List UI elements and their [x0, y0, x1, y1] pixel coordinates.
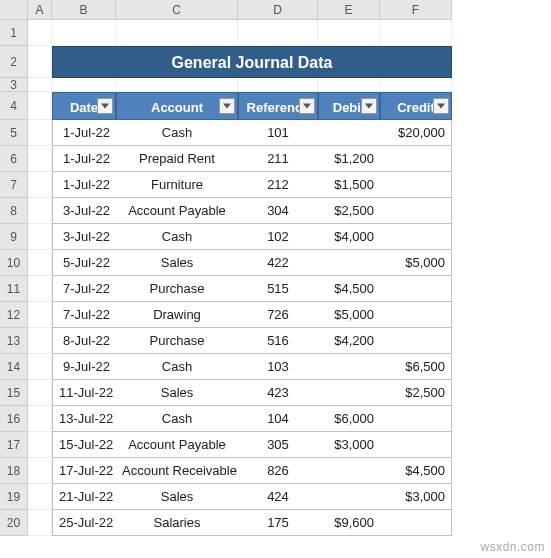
empty-cell[interactable] [380, 78, 452, 92]
cell-date[interactable]: 3-Jul-22 [52, 198, 116, 224]
cell-credit[interactable]: $2,500 [380, 380, 452, 406]
empty-cell[interactable] [28, 198, 52, 224]
select-all-corner[interactable] [0, 0, 28, 20]
cell-credit[interactable] [380, 198, 452, 224]
empty-cell[interactable] [116, 78, 238, 92]
empty-cell[interactable] [28, 354, 52, 380]
column-header-account[interactable]: Account [116, 92, 238, 120]
cell-debit[interactable] [318, 380, 380, 406]
column-header-debit[interactable]: Debit [318, 92, 380, 120]
cell-reference[interactable]: 424 [238, 484, 318, 510]
cell-credit[interactable] [380, 406, 452, 432]
col-header-D[interactable]: D [238, 0, 318, 20]
empty-cell[interactable] [28, 172, 52, 198]
cell-reference[interactable]: 515 [238, 276, 318, 302]
cell-credit[interactable]: $20,000 [380, 120, 452, 146]
cell-debit[interactable]: $2,500 [318, 198, 380, 224]
col-header-F[interactable]: F [380, 0, 452, 20]
cell-date[interactable]: 7-Jul-22 [52, 276, 116, 302]
row-header-11[interactable]: 11 [0, 276, 28, 302]
cell-credit[interactable]: $5,000 [380, 250, 452, 276]
empty-cell[interactable] [28, 302, 52, 328]
empty-cell[interactable] [28, 146, 52, 172]
cell-date[interactable]: 5-Jul-22 [52, 250, 116, 276]
cell-account[interactable]: Prepaid Rent [116, 146, 238, 172]
cell-reference[interactable]: 103 [238, 354, 318, 380]
cell-reference[interactable]: 516 [238, 328, 318, 354]
empty-cell[interactable] [28, 510, 52, 536]
cell-debit[interactable]: $1,200 [318, 146, 380, 172]
row-header-16[interactable]: 16 [0, 406, 28, 432]
cell-credit[interactable] [380, 510, 452, 536]
cell-reference[interactable]: 423 [238, 380, 318, 406]
cell-date[interactable]: 25-Jul-22 [52, 510, 116, 536]
cell-account[interactable]: Cash [116, 406, 238, 432]
column-header-date[interactable]: Date [52, 92, 116, 120]
cell-credit[interactable] [380, 146, 452, 172]
empty-cell[interactable] [380, 20, 452, 46]
empty-cell[interactable] [28, 46, 52, 78]
row-header-15[interactable]: 15 [0, 380, 28, 406]
empty-cell[interactable] [28, 406, 52, 432]
row-header-20[interactable]: 20 [0, 510, 28, 536]
row-header-12[interactable]: 12 [0, 302, 28, 328]
cell-debit[interactable] [318, 120, 380, 146]
empty-cell[interactable] [28, 276, 52, 302]
cell-reference[interactable]: 726 [238, 302, 318, 328]
filter-button-account[interactable] [219, 98, 235, 114]
row-header-7[interactable]: 7 [0, 172, 28, 198]
cell-debit[interactable] [318, 458, 380, 484]
empty-cell[interactable] [238, 20, 318, 46]
cell-debit[interactable]: $6,000 [318, 406, 380, 432]
filter-button-credit[interactable] [433, 98, 449, 114]
col-header-C[interactable]: C [116, 0, 238, 20]
cell-account[interactable]: Account Receivable [116, 458, 238, 484]
cell-debit[interactable] [318, 250, 380, 276]
empty-cell[interactable] [28, 78, 52, 92]
row-header-18[interactable]: 18 [0, 458, 28, 484]
cell-date[interactable]: 1-Jul-22 [52, 146, 116, 172]
cell-debit[interactable]: $3,000 [318, 432, 380, 458]
cell-reference[interactable]: 422 [238, 250, 318, 276]
cell-reference[interactable]: 305 [238, 432, 318, 458]
empty-cell[interactable] [116, 20, 238, 46]
col-header-A[interactable]: A [28, 0, 52, 20]
cell-debit[interactable]: $4,000 [318, 224, 380, 250]
cell-account[interactable]: Furniture [116, 172, 238, 198]
cell-debit[interactable] [318, 354, 380, 380]
cell-reference[interactable]: 101 [238, 120, 318, 146]
cell-date[interactable]: 21-Jul-22 [52, 484, 116, 510]
cell-date[interactable]: 9-Jul-22 [52, 354, 116, 380]
cell-reference[interactable]: 211 [238, 146, 318, 172]
cell-credit[interactable] [380, 302, 452, 328]
cell-reference[interactable]: 104 [238, 406, 318, 432]
cell-credit[interactable] [380, 224, 452, 250]
row-header-19[interactable]: 19 [0, 484, 28, 510]
row-header-9[interactable]: 9 [0, 224, 28, 250]
empty-cell[interactable] [28, 20, 52, 46]
column-header-reference[interactable]: Reference [238, 92, 318, 120]
cell-account[interactable]: Cash [116, 224, 238, 250]
row-header-4[interactable]: 4 [0, 92, 28, 120]
col-header-E[interactable]: E [318, 0, 380, 20]
cell-reference[interactable]: 102 [238, 224, 318, 250]
empty-cell[interactable] [28, 484, 52, 510]
cell-account[interactable]: Cash [116, 120, 238, 146]
cell-debit[interactable]: $1,500 [318, 172, 380, 198]
row-header-3[interactable]: 3 [0, 78, 28, 92]
cell-account[interactable]: Purchase [116, 328, 238, 354]
empty-cell[interactable] [28, 458, 52, 484]
empty-cell[interactable] [238, 78, 318, 92]
cell-date[interactable]: 8-Jul-22 [52, 328, 116, 354]
row-header-17[interactable]: 17 [0, 432, 28, 458]
empty-cell[interactable] [52, 20, 116, 46]
row-header-14[interactable]: 14 [0, 354, 28, 380]
cell-account[interactable]: Account Payable [116, 432, 238, 458]
cell-date[interactable]: 7-Jul-22 [52, 302, 116, 328]
cell-reference[interactable]: 304 [238, 198, 318, 224]
column-header-credit[interactable]: Credit [380, 92, 452, 120]
cell-date[interactable]: 15-Jul-22 [52, 432, 116, 458]
cell-debit[interactable]: $9,600 [318, 510, 380, 536]
empty-cell[interactable] [28, 224, 52, 250]
row-header-10[interactable]: 10 [0, 250, 28, 276]
